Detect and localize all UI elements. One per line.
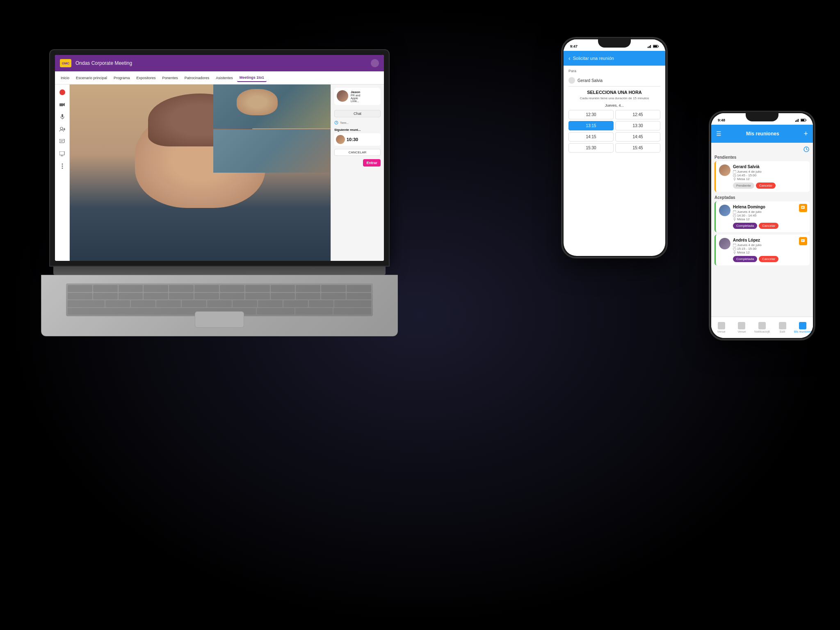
nav-meetings[interactable]: Meetings 1to1 [237, 74, 267, 82]
key [119, 285, 143, 292]
clock-filter-icon[interactable] [803, 146, 810, 153]
more-options-icon[interactable] [58, 162, 67, 171]
entrar-button[interactable]: Entrar [363, 159, 381, 167]
meeting-avatar-gerard [719, 164, 730, 176]
nav-venue-1[interactable]: Venue [711, 322, 732, 333]
key [334, 300, 371, 307]
key [245, 285, 270, 292]
meeting-avatar-helena [719, 205, 730, 216]
time-grid: 12:30 12:45 13:15 13:30 14:15 14:45 15:3… [568, 110, 660, 153]
key [182, 300, 206, 307]
nav-profile[interactable]: Eslit [772, 322, 793, 333]
svg-rect-24 [658, 46, 659, 47]
nav-asistentes[interactable]: Asistentes [213, 74, 235, 82]
key [119, 293, 143, 300]
key [245, 293, 270, 300]
cancelar-button-andres[interactable]: Cancelar [759, 256, 778, 262]
key [207, 300, 232, 307]
time-slot-1445[interactable]: 14:45 [615, 132, 660, 142]
pendientes-section-label: Pendientes [714, 155, 810, 160]
meeting-name-andres: Andrés López [733, 238, 806, 242]
timer-row: Tiem... [334, 121, 381, 125]
completada-button-helena[interactable]: Completada [733, 223, 757, 229]
chat-icon[interactable] [58, 137, 67, 146]
cancelar-button[interactable]: CANCELAR [334, 149, 381, 156]
calendar-icon [733, 170, 736, 173]
back-arrow-icon[interactable]: ‹ [568, 55, 571, 62]
calendar-icon-helena [733, 210, 736, 214]
signal-icon [648, 45, 652, 48]
key [156, 300, 181, 307]
profile-card: Jason PR and Apple Limk... [334, 88, 381, 105]
add-user-icon[interactable] [58, 125, 67, 134]
location-icon-helena [733, 218, 736, 221]
calendar-icon-andres [733, 244, 736, 247]
phone1-device: 9:47 ‹ Solicitar una re [561, 37, 668, 258]
laptop-bezel: OMC Ondas Corporate Meeting Inicio Escen… [49, 49, 390, 267]
nav-inicio[interactable]: Inicio [58, 74, 72, 82]
nav-programa[interactable]: Programa [111, 74, 132, 82]
clock-icon-helena [733, 214, 736, 217]
trackpad[interactable] [195, 311, 244, 328]
key [68, 293, 92, 300]
nav-patrocinadores[interactable]: Patrocinadores [182, 74, 212, 82]
nav-expositores[interactable]: Expositores [134, 74, 158, 82]
svg-rect-29 [801, 119, 804, 121]
nav-escenario[interactable]: Escenario principal [73, 74, 110, 82]
screen-share-icon[interactable] [58, 149, 67, 158]
completada-button-andres[interactable]: Completada [733, 256, 757, 262]
key [258, 300, 283, 307]
time-slot-1230[interactable]: 12:30 [568, 110, 614, 119]
svg-line-33 [806, 149, 808, 150]
time-slot-1245[interactable]: 12:45 [615, 110, 660, 119]
key [347, 293, 371, 300]
nav-venue-2[interactable]: Venue [732, 322, 752, 333]
keyboard-row-3 [68, 300, 371, 307]
phone1-back-bar: ‹ Solicitar una reunión [564, 51, 665, 66]
cancelar-button-helena[interactable]: Cancelar [759, 223, 778, 229]
video-area [70, 84, 331, 261]
back-title: Solicitar una reunión [573, 56, 614, 61]
svg-rect-10 [59, 151, 64, 155]
topbar-user-icon[interactable] [371, 59, 379, 67]
right-panel: Jason PR and Apple Limk... Chat [331, 84, 384, 261]
svg-rect-2 [62, 114, 63, 117]
app-title: Ondas Corporate Meeting [75, 60, 132, 66]
add-meeting-button[interactable]: + [803, 130, 808, 138]
hamburger-icon[interactable]: ☰ [716, 130, 721, 137]
time-slot-1545[interactable]: 15:45 [615, 143, 660, 153]
key [93, 285, 118, 292]
clock-icon-andres [733, 247, 736, 251]
meetings-header: ☰ Mis reuniones + [711, 125, 813, 143]
key [220, 293, 244, 300]
reuniones-icon [799, 322, 806, 329]
camera-icon[interactable] [58, 100, 67, 109]
siguiente-card: 10:30 [334, 133, 381, 146]
cancelar-button-gerard[interactable]: Cancelar [756, 183, 776, 189]
meeting-card-gerard: Gerard Salvià Jueves 4 de julio 14:45 - … [714, 161, 810, 192]
nav-ponentes[interactable]: Ponentes [160, 74, 180, 82]
meeting-day-helena: Jueves 4 de julio [733, 210, 806, 214]
para-label: Para [568, 69, 660, 73]
nav-mis-reuniones[interactable]: Mis reuniones [792, 322, 813, 333]
key [68, 300, 105, 307]
nav-notifications[interactable]: Notificaciojtt [752, 322, 772, 333]
day-label: Jueves, 4... [568, 103, 660, 107]
meeting-actions-helena: Completada Cancelar [733, 223, 806, 229]
venue-icon-1 [718, 322, 725, 329]
mic-icon[interactable] [58, 112, 67, 121]
app-topbar: OMC Ondas Corporate Meeting [55, 55, 384, 71]
key [93, 293, 118, 300]
key [68, 285, 92, 292]
time-slot-1330[interactable]: 13:30 [615, 121, 660, 130]
profile-company: Apple [351, 97, 360, 100]
svg-rect-21 [650, 45, 651, 48]
meeting-time-andres: 15:15 - 15:30 [733, 247, 806, 251]
time-slot-1530[interactable]: 15:30 [568, 143, 614, 153]
siguiente-time: 10:30 [347, 137, 358, 142]
time-slot-1415[interactable]: 14:15 [568, 132, 614, 142]
svg-rect-27 [798, 119, 799, 122]
pendiente-button-gerard[interactable]: Pendiente [733, 183, 754, 189]
time-slot-1315[interactable]: 13:15 [568, 121, 614, 130]
chat-button[interactable]: Chat [334, 110, 381, 117]
